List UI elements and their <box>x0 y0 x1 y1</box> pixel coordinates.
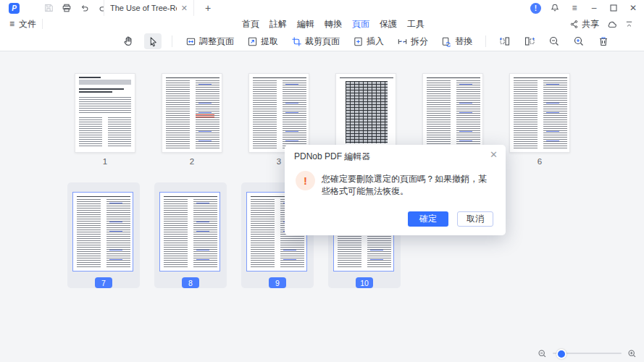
save-icon[interactable] <box>43 2 54 14</box>
menu-annotate[interactable]: 註解 <box>269 16 288 33</box>
maximize-button[interactable] <box>608 2 619 14</box>
zoom-in-icon[interactable] <box>627 349 637 358</box>
titlebar: P ▾ The Use of Tree-Related... ✕ + ! <box>0 0 644 16</box>
zoom-control <box>538 348 637 358</box>
split-button[interactable]: 拆分 <box>394 33 431 50</box>
print-icon[interactable] <box>61 2 72 14</box>
thumbnail-page-8-selected[interactable]: 8 <box>154 182 227 288</box>
rotate-right-icon[interactable] <box>521 33 538 49</box>
delete-pages-icon[interactable] <box>595 33 612 49</box>
selected-page-badge: 7 <box>95 277 112 288</box>
app-logo-icon: P <box>9 3 20 14</box>
menu-edit[interactable]: 編輯 <box>296 16 315 33</box>
selected-page-badge: 10 <box>356 277 373 288</box>
thumbnail-canvas: 1 2 3 4 5 6 7 8 <box>0 51 644 362</box>
crop-pages-icon <box>291 36 302 47</box>
menu-protect[interactable]: 保護 <box>379 16 398 33</box>
extract-button[interactable]: 提取 <box>244 33 281 50</box>
menu-home[interactable]: 首頁 <box>241 16 260 33</box>
collapse-toolbar-icon[interactable] <box>624 20 634 29</box>
file-menu-icon: ≡ <box>9 19 14 29</box>
menu-page[interactable]: 頁面 <box>351 16 370 33</box>
insert-icon <box>353 36 364 47</box>
zoom-slider-handle[interactable] <box>556 349 566 359</box>
close-button[interactable]: ✕ <box>627 2 639 14</box>
zoom-out-icon[interactable] <box>538 349 547 358</box>
menu-tools[interactable]: 工具 <box>406 16 425 33</box>
split-icon <box>397 36 408 47</box>
thumbnail-page-7-selected[interactable]: 7 <box>67 182 140 288</box>
thumbnail-page-6[interactable]: 6 <box>509 73 570 166</box>
delete-confirmation-dialog: PDNob PDF 編輯器 ✕ ! 您確定要刪除選定的頁面嗎？如果撤銷，某些格式… <box>285 145 506 235</box>
adjust-pages-icon <box>185 36 196 47</box>
thumbnail-page-1[interactable]: 1 <box>75 73 135 166</box>
adjust-pages-button[interactable]: 調整頁面 <box>183 33 237 50</box>
dialog-message: 您確定要刪除選定的頁面嗎？如果撤銷，某些格式可能無法恢復。 <box>322 173 494 198</box>
menu-convert[interactable]: 轉換 <box>324 16 343 33</box>
insert-button[interactable]: 插入 <box>350 33 387 50</box>
page-number: 1 <box>75 157 135 166</box>
zoom-in-tool-icon[interactable] <box>570 33 587 49</box>
dialog-close-icon[interactable]: ✕ <box>490 149 498 160</box>
main-menu-icon[interactable]: ≡ <box>569 2 580 14</box>
selected-page-badge: 8 <box>182 277 199 288</box>
account-avatar[interactable]: ! <box>530 3 541 14</box>
replace-icon <box>441 36 452 47</box>
document-tab[interactable]: The Use of Tree-Related... ✕ <box>104 0 194 16</box>
app-window: P ▾ The Use of Tree-Related... ✕ + ! <box>0 0 644 362</box>
share-button[interactable]: 共享 <box>569 18 599 30</box>
minimize-button[interactable]: – <box>588 2 600 14</box>
selected-page-badge: 9 <box>269 277 286 288</box>
rotate-left-icon[interactable] <box>496 33 514 49</box>
select-tool-icon[interactable] <box>144 33 162 49</box>
new-tab-button[interactable]: + <box>201 1 214 14</box>
cloud-upload-icon[interactable] <box>606 19 617 30</box>
replace-button[interactable]: 替換 <box>438 33 475 50</box>
file-menu[interactable]: ≡ 文件 <box>9 16 36 32</box>
page-number: 2 <box>162 157 222 166</box>
notification-bell-icon[interactable] <box>549 2 561 14</box>
menubar: ≡ 文件 首頁 註解 編輯 轉換 頁面 保護 工具 共享 <box>0 16 644 33</box>
zoom-slider[interactable] <box>553 353 622 354</box>
share-icon <box>569 20 579 29</box>
hand-tool-icon[interactable] <box>120 33 137 49</box>
warning-icon: ! <box>296 171 315 190</box>
dialog-title: PDNob PDF 編輯器 <box>294 151 370 163</box>
cancel-button[interactable]: 取消 <box>457 211 493 227</box>
tab-close-icon[interactable]: ✕ <box>181 4 188 12</box>
page-number: 6 <box>509 157 570 166</box>
undo-icon[interactable] <box>79 2 91 14</box>
extract-icon <box>247 36 258 47</box>
tab-title: The Use of Tree-Related... <box>110 4 177 12</box>
zoom-out-tool-icon[interactable] <box>545 33 563 49</box>
confirm-button[interactable]: 確定 <box>408 211 448 227</box>
page-toolbar: 調整頁面 提取 裁剪頁面 插入 拆分 替換 <box>0 32 644 51</box>
crop-pages-button[interactable]: 裁剪頁面 <box>288 33 343 50</box>
thumbnail-page-2[interactable]: 2 <box>162 73 222 166</box>
red-text-mark <box>196 114 214 119</box>
